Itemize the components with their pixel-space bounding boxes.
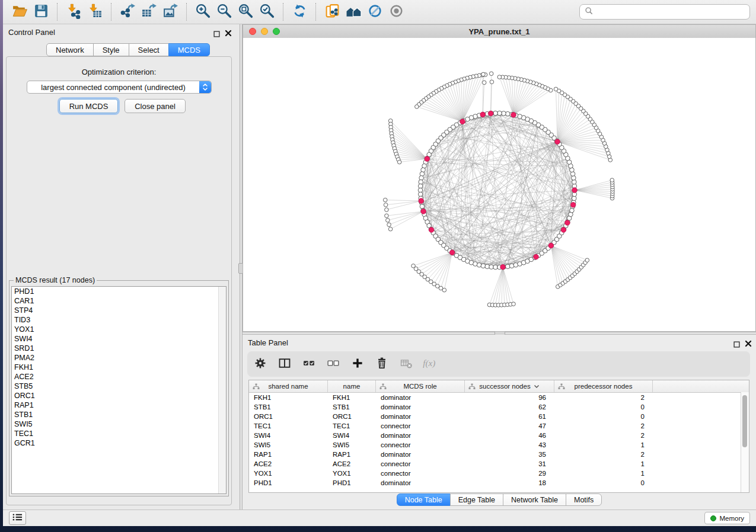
mcds-result-item[interactable]: STB1 <box>12 410 226 419</box>
mcds-result-item[interactable]: ORC1 <box>12 391 226 400</box>
select-all-button[interactable] <box>302 357 316 371</box>
zoom-out-button[interactable] <box>213 2 235 21</box>
export-table-button[interactable] <box>138 2 160 21</box>
mcds-result-item[interactable]: RAP1 <box>12 400 226 410</box>
table-row[interactable]: SWI4SWI4dominator462 <box>249 431 749 440</box>
result-list-scrollbar[interactable] <box>218 287 226 493</box>
delete-column-button[interactable] <box>375 357 389 371</box>
column-header-shared-name[interactable]: shared name <box>249 380 328 392</box>
run-mcds-button[interactable]: Run MCDS <box>59 99 118 113</box>
toolbar-separator <box>57 3 58 21</box>
mcds-result-item[interactable]: STP4 <box>12 306 226 315</box>
float-window-icon[interactable] <box>213 29 220 40</box>
network-window-title: YPA_prune.txt_1 <box>243 27 755 36</box>
hide-graphics-details-button[interactable] <box>364 2 385 21</box>
cell-shared-name: FKH1 <box>249 394 328 401</box>
deselect-all-button[interactable] <box>326 357 340 371</box>
table-row[interactable]: ORC1ORC1dominator610 <box>249 412 749 421</box>
mcds-result-item[interactable]: TID3 <box>12 315 226 325</box>
mcds-result-item[interactable]: STB5 <box>12 382 226 391</box>
duplicate-network-button[interactable] <box>321 2 343 21</box>
table-row[interactable]: RAP1RAP1dominator352 <box>249 450 749 459</box>
tab-mcds[interactable]: MCDS <box>168 43 210 56</box>
mcds-result-item[interactable]: FKH1 <box>12 363 226 372</box>
toolbar-separator <box>186 3 187 21</box>
sort-descending-icon <box>534 383 540 390</box>
add-column-button[interactable] <box>350 357 365 371</box>
zoom-in-button[interactable] <box>192 2 213 21</box>
tab-network-table[interactable]: Network Table <box>503 493 566 506</box>
open-file-button[interactable] <box>9 2 30 21</box>
split-panel-button[interactable] <box>277 357 292 371</box>
tab-select[interactable]: Select <box>129 43 169 56</box>
network-window-titlebar[interactable]: YPA_prune.txt_1 <box>243 25 755 39</box>
scrollbar-thumb[interactable] <box>742 395 747 447</box>
cell-mcds-role: dominator <box>376 432 465 439</box>
export-network-button[interactable] <box>117 2 138 21</box>
toolbar-separator <box>315 3 316 21</box>
column-header-empty <box>653 380 749 392</box>
tab-node-table[interactable]: Node Table <box>397 493 451 506</box>
import-network-icon <box>66 3 82 21</box>
criterion-select[interactable]: largest connected component (undirected) <box>27 81 212 94</box>
mcds-result-item[interactable]: TEC1 <box>12 429 226 438</box>
table-row[interactable]: ACE2ACE2connector311 <box>249 459 749 469</box>
tab-edge-table[interactable]: Edge Table <box>450 493 503 506</box>
mcds-result-item[interactable]: ACE2 <box>12 372 226 382</box>
show-graphics-details-button[interactable] <box>385 2 407 21</box>
tab-style[interactable]: Style <box>93 43 129 56</box>
table-row[interactable]: STB1STB1dominator620 <box>249 402 749 412</box>
tab-motifs[interactable]: Motifs <box>566 493 602 506</box>
table-row[interactable]: TEC1TEC1connector472 <box>249 421 749 431</box>
mcds-result-item[interactable]: PMA2 <box>12 353 226 363</box>
mcds-result-item[interactable]: YOX1 <box>12 325 226 334</box>
column-header-mcds-role[interactable]: MCDS role <box>376 380 465 392</box>
zoom-fit-button[interactable] <box>235 2 256 21</box>
refresh-button[interactable] <box>289 2 310 21</box>
network-graph[interactable] <box>243 38 755 331</box>
task-history-button[interactable] <box>9 511 26 525</box>
select-stepper-icon <box>199 81 211 93</box>
function-builder-icon: f(x) <box>421 357 440 372</box>
column-type-icon <box>379 383 387 391</box>
import-table-button[interactable] <box>84 2 106 21</box>
table-row[interactable]: PHD1PHD1dominator180 <box>249 478 749 488</box>
cell-predecessor-nodes: 2 <box>554 451 653 458</box>
mcds-result-item[interactable]: SWI5 <box>12 419 226 429</box>
nested-networks-button[interactable] <box>343 2 364 21</box>
add-column-icon <box>351 357 364 372</box>
close-panel-icon[interactable] <box>745 339 752 350</box>
zoom-in-icon <box>195 3 211 21</box>
mcds-result-item[interactable]: CAR1 <box>12 296 226 306</box>
cell-shared-name: STB1 <box>249 403 328 411</box>
tab-network[interactable]: Network <box>46 43 94 56</box>
mcds-result-item[interactable]: GCR1 <box>12 438 226 448</box>
search-input[interactable] <box>596 7 745 17</box>
column-label: predecessor nodes <box>575 383 633 390</box>
cell-mcds-role: connector <box>376 470 465 477</box>
network-canvas[interactable] <box>243 38 755 331</box>
mcds-result-item[interactable]: SRD1 <box>12 344 226 353</box>
float-window-icon[interactable] <box>733 339 740 350</box>
search-box[interactable] <box>579 4 750 20</box>
column-header-successor-nodes[interactable]: successor nodes <box>465 380 554 392</box>
save-session-button[interactable] <box>30 2 52 21</box>
table-row[interactable]: YOX1YOX1connector291 <box>249 469 749 478</box>
column-header-name[interactable]: name <box>328 380 376 392</box>
cell-shared-name: TEC1 <box>249 422 328 430</box>
cell-name: STB1 <box>328 403 376 411</box>
cell-name: TEC1 <box>328 422 376 430</box>
export-image-button[interactable] <box>160 2 181 21</box>
table-row[interactable]: SWI5SWI5connector431 <box>249 440 749 450</box>
column-header-predecessor-nodes[interactable]: predecessor nodes <box>554 380 653 392</box>
close-panel-icon[interactable] <box>225 28 232 39</box>
import-network-button[interactable] <box>63 2 84 21</box>
mcds-result-item[interactable]: PHD1 <box>12 287 226 296</box>
mcds-result-item[interactable]: SWI4 <box>12 334 226 344</box>
zoom-selected-button[interactable] <box>256 2 277 21</box>
table-scrollbar[interactable] <box>741 392 749 492</box>
memory-button[interactable]: Memory <box>704 512 750 524</box>
table-row[interactable]: FKH1FKH1dominator962 <box>249 393 749 402</box>
table-options-button[interactable] <box>253 357 267 371</box>
close-panel-button[interactable]: Close panel <box>125 99 186 113</box>
